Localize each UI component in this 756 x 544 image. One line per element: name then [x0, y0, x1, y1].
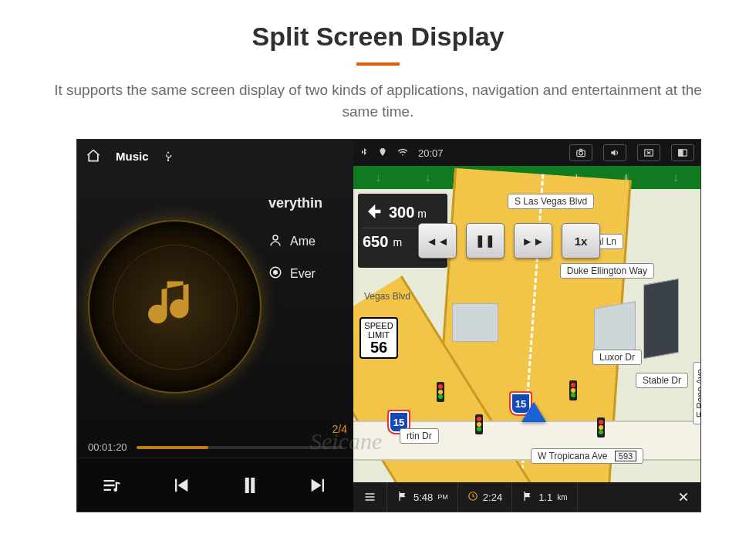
bluetooth-icon — [359, 146, 369, 160]
street-luxor: Luxor Dr — [592, 350, 642, 365]
nav-eta[interactable]: 5:48PM — [387, 482, 458, 512]
title-underline — [356, 63, 400, 66]
street-mlk: rtin Dr — [400, 428, 439, 444]
nav-duration[interactable]: 2:24 — [458, 482, 512, 512]
street-stable: Stable Dr — [636, 373, 688, 388]
lane-arrow-1: ↓ — [375, 171, 381, 184]
street-vegas-side: Vegas Blvd — [358, 289, 417, 303]
turn-primary-unit: m — [417, 208, 427, 220]
status-right — [569, 144, 694, 161]
turn-primary-dist: 300 — [389, 204, 414, 221]
nav-bottom-bar: 5:48PM 2:24 1.1 km — [353, 482, 700, 512]
traffic-light-2 — [475, 414, 483, 434]
track-meta: verythin Ame Ever — [268, 195, 353, 298]
sim-prev-button[interactable]: ◄◄ — [418, 223, 457, 258]
clock-icon — [467, 491, 478, 504]
artist-row: Ame — [268, 233, 353, 250]
location-icon — [378, 146, 387, 160]
sim-speed-button[interactable]: 1x — [562, 223, 600, 258]
nav-menu-button[interactable] — [353, 482, 387, 512]
close-app-button[interactable] — [637, 144, 660, 161]
music-controls — [77, 458, 353, 512]
status-bar: 20:07 — [353, 140, 700, 166]
flag-icon — [397, 490, 409, 505]
status-left: 20:07 — [359, 146, 444, 160]
artist-name: Ame — [290, 235, 316, 248]
vehicle-cursor — [521, 402, 546, 422]
lane-arrow-2: ↓ — [424, 171, 430, 184]
traffic-light-1 — [437, 382, 444, 402]
street-tropicana-name: W Tropicana Ave — [538, 451, 608, 461]
navigation-panel: 20:07 ↓ ↓ ↓ ↓ ↓ ↓ ↓ 15 1 — [353, 140, 700, 512]
progress-row: 00:01:20 — [77, 441, 353, 458]
volume-button[interactable] — [603, 144, 626, 161]
progress-bar[interactable] — [137, 446, 343, 449]
nav-close-button[interactable] — [667, 482, 700, 512]
speed-value: 56 — [361, 340, 397, 355]
disc-icon — [268, 265, 282, 282]
turn-secondary-dist: 650 — [363, 233, 388, 251]
wifi-icon — [397, 147, 409, 160]
album-name: Ever — [290, 267, 316, 281]
prev-button[interactable] — [163, 468, 198, 503]
eta-ampm: PM — [437, 493, 448, 501]
pause-button[interactable] — [232, 468, 268, 503]
music-panel: Music verythin Ame Ever — [77, 140, 353, 512]
next-button[interactable] — [301, 468, 336, 503]
street-reno: E Reno Ave — [693, 362, 700, 424]
home-icon[interactable] — [85, 148, 102, 164]
status-time: 20:07 — [418, 147, 444, 159]
music-header: Music — [77, 140, 353, 172]
duration-value: 2:24 — [483, 492, 502, 503]
track-title: verythin — [268, 195, 353, 211]
svg-rect-7 — [679, 150, 683, 156]
nav-distance[interactable]: 1.1 km — [512, 482, 577, 512]
album-row: Ever — [268, 265, 353, 282]
album-art — [88, 220, 262, 394]
street-tropicana: W Tropicana Ave 593 — [531, 448, 643, 464]
street-s-las-vegas: S Las Vegas Blvd — [508, 194, 594, 209]
page-description: It supports the same screen display of t… — [0, 79, 756, 122]
eta-time: 5:48 — [413, 492, 433, 503]
street-duke: Duke Ellington Way — [560, 263, 654, 279]
person-icon — [268, 233, 282, 250]
building-3 — [452, 303, 498, 342]
speed-limit-sign: SPEED LIMIT 56 — [359, 317, 398, 359]
distance-flag-icon — [521, 490, 534, 505]
music-header-label: Music — [116, 150, 149, 163]
device-screen: Music verythin Ame Ever — [77, 140, 700, 512]
distance-unit: km — [557, 493, 567, 502]
distance-value: 1.1 — [538, 492, 552, 503]
sim-next-button[interactable]: ►► — [514, 223, 552, 258]
music-note-icon — [143, 273, 208, 341]
usb-icon[interactable] — [163, 148, 174, 164]
svg-point-4 — [579, 151, 583, 155]
svg-point-0 — [273, 235, 278, 240]
turn-left-icon — [363, 201, 384, 225]
traffic-light-3 — [569, 380, 577, 400]
playlist-button[interactable] — [94, 468, 130, 503]
turn-secondary-unit: m — [393, 236, 402, 248]
svg-point-2 — [274, 271, 278, 275]
camera-button[interactable] — [569, 144, 592, 161]
route-593: 593 — [615, 451, 636, 461]
progress-fill — [137, 446, 209, 449]
album-area: verythin Ame Ever 2/4 — [77, 172, 353, 441]
elapsed-time: 00:01:20 — [88, 441, 127, 453]
sim-pause-button[interactable]: ❚❚ — [466, 223, 505, 258]
lane-arrow-7: ↓ — [673, 171, 679, 184]
split-screen-button[interactable] — [671, 144, 694, 161]
speed-label-top: SPEED — [361, 321, 397, 330]
traffic-light-4 — [597, 417, 605, 438]
page-title: Split Screen Display — [0, 22, 756, 52]
track-index: 2/4 — [332, 423, 347, 435]
sim-overlay-controls: ◄◄ ❚❚ ►► 1x — [418, 223, 600, 258]
building-2 — [643, 279, 679, 359]
